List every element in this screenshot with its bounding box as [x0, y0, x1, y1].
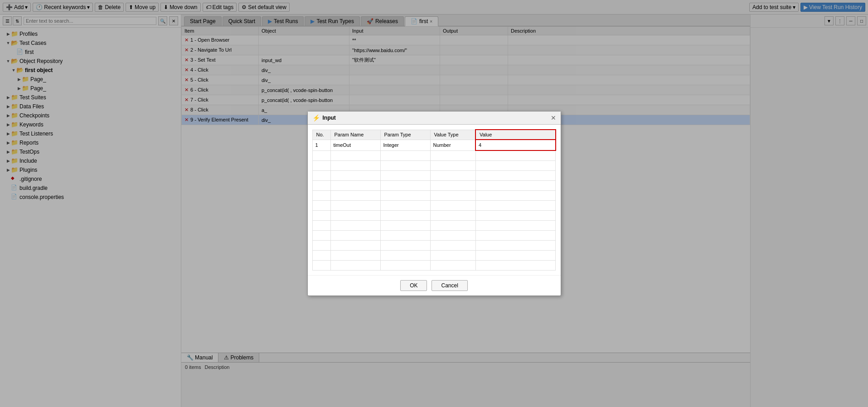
modal-katalon-icon: ⚡ — [312, 114, 320, 121]
cancel-button[interactable]: Cancel — [432, 280, 467, 291]
input-dialog-table: No. Param Name Param Type Value Type Val… — [312, 129, 556, 271]
input-dialog-empty-row — [312, 210, 556, 220]
input-dialog-empty-row — [312, 240, 556, 250]
col-no-header: No. — [312, 130, 330, 140]
col-value-header: Value — [475, 130, 556, 140]
input-dialog-row: 1timeOutIntegerNumber4 — [312, 140, 556, 150]
modal-header: ⚡ Input ✕ — [308, 111, 561, 125]
input-dialog-empty-row — [312, 200, 556, 210]
col-param-type-header: Param Type — [380, 130, 430, 140]
input-dialog-table-header: No. Param Name Param Type Value Type Val… — [312, 130, 556, 140]
input-dialog-empty-row — [312, 260, 556, 270]
input-dialog-param_name-cell: timeOut — [330, 140, 380, 150]
input-dialog-empty-row — [312, 220, 556, 230]
input-dialog-value_type-cell: Number — [430, 140, 475, 150]
input-dialog-no-cell: 1 — [312, 140, 330, 150]
modal-footer: OK Cancel — [308, 275, 561, 296]
modal-title: Input — [323, 115, 336, 121]
input-dialog-param_type-cell: Integer — [380, 140, 430, 150]
input-dialog-empty-row — [312, 150, 556, 160]
col-param-name-header: Param Name — [330, 130, 380, 140]
input-dialog-empty-row — [312, 170, 556, 180]
modal-overlay: ⚡ Input ✕ No. Param Name Param Type Valu… — [0, 0, 868, 407]
modal-body: No. Param Name Param Type Value Type Val… — [308, 125, 561, 275]
col-value-type-header: Value Type — [430, 130, 475, 140]
ok-button[interactable]: OK — [400, 280, 427, 291]
input-dialog-value-cell[interactable]: 4 — [475, 140, 556, 150]
input-dialog-empty-row — [312, 160, 556, 170]
modal-close-button[interactable]: ✕ — [551, 115, 556, 121]
input-dialog-empty-row — [312, 230, 556, 240]
input-dialog-empty-row — [312, 250, 556, 260]
input-dialog: ⚡ Input ✕ No. Param Name Param Type Valu… — [307, 111, 561, 296]
input-dialog-empty-row — [312, 190, 556, 200]
input-dialog-empty-row — [312, 180, 556, 190]
